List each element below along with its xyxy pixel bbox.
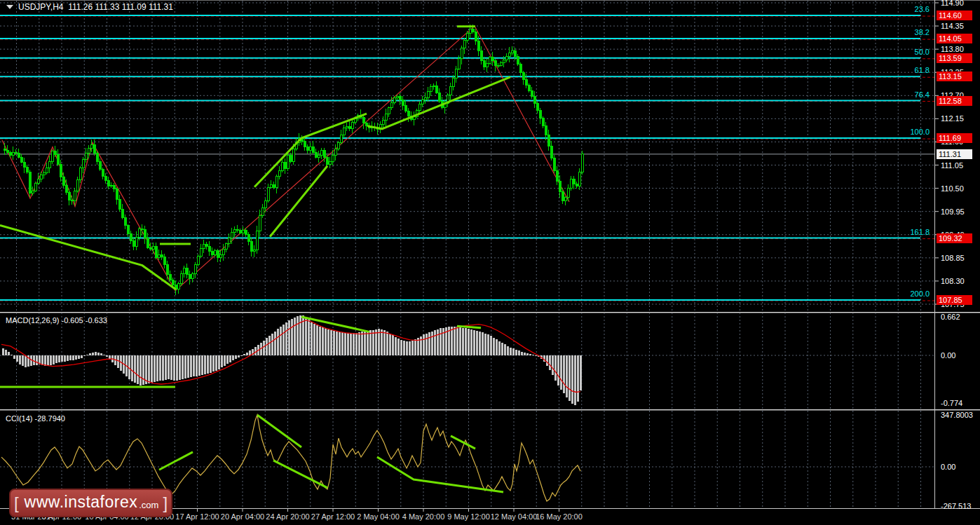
cci-scale-label: 0.00 <box>941 462 955 472</box>
price-chart-svg[interactable] <box>0 0 980 525</box>
macd-indicator-label: MACD(12,26,9) -0.605 -0.633 <box>6 315 107 325</box>
fib-percent-label: 161.8 <box>887 228 930 236</box>
fib-price-label: 113.15 <box>937 71 972 81</box>
price-tick-label: 111.05 <box>941 161 963 170</box>
fib-percent-label: 38.2 <box>887 28 930 36</box>
price-tick-label: 110.50 <box>941 184 964 193</box>
cci-indicator-label: CCI(14) -28.7940 <box>6 414 65 423</box>
candles <box>4 25 583 296</box>
price-tick-label: 114.35 <box>941 21 964 31</box>
macd-histogram <box>2 315 582 406</box>
fib-percent-label: 50.0 <box>887 48 930 56</box>
fib-percent-label: 61.8 <box>887 66 930 74</box>
fib-price-label: 114.05 <box>937 34 972 43</box>
fib-percent-label: 76.4 <box>887 90 930 99</box>
fib-percent-label: 200.0 <box>887 289 930 298</box>
symbol-dropdown-icon[interactable] <box>6 5 13 9</box>
macd-pane[interactable] <box>0 315 934 406</box>
price-tick-label: 112.15 <box>941 114 964 123</box>
chart-window: USDJPY,H4 111.26 111.33 111.09 111.31 MA… <box>0 0 980 525</box>
fib-price-label: 112.58 <box>937 96 972 106</box>
cci-scale-label: 347.8003 <box>941 410 973 420</box>
price-tick-label: 108.30 <box>941 276 965 286</box>
macd-scale-label: -0.774 <box>941 398 962 408</box>
fib-price-label: 113.59 <box>937 53 972 63</box>
watermark-text: www.instaforex <box>25 493 138 512</box>
ohlc-readout: 111.26 111.33 111.09 111.31 <box>68 2 173 12</box>
fib-price-label: 111.69 <box>937 133 972 143</box>
current-price-label: 111.31 <box>937 149 972 159</box>
instaforex-watermark[interactable]: [ www.instaforex .com ] <box>9 489 172 517</box>
macd-scale-label: 0.662 <box>941 312 960 322</box>
fib-price-label: 107.85 <box>937 295 972 305</box>
price-tick-label: 109.95 <box>941 207 965 217</box>
fib-price-label: 109.32 <box>937 233 972 243</box>
watermark-suffix: .com <box>139 500 158 510</box>
time-axis-label: 16 May 20:00 <box>528 512 591 521</box>
price-tick-label: 108.85 <box>941 253 965 263</box>
watermark-bracket-right: ] <box>163 493 168 513</box>
cci-scale-label: -267.513 <box>941 501 971 511</box>
fib-percent-label: 100.0 <box>887 128 930 136</box>
fib-price-label: 114.60 <box>937 11 972 20</box>
symbol-title: USDJPY,H4 <box>18 2 63 12</box>
watermark-bracket-left: [ <box>14 493 19 513</box>
macd-scale-label: 0.00 <box>941 350 955 360</box>
fib-percent-label: 23.6 <box>887 5 930 13</box>
price-tick-label: 114.90 <box>941 0 964 8</box>
